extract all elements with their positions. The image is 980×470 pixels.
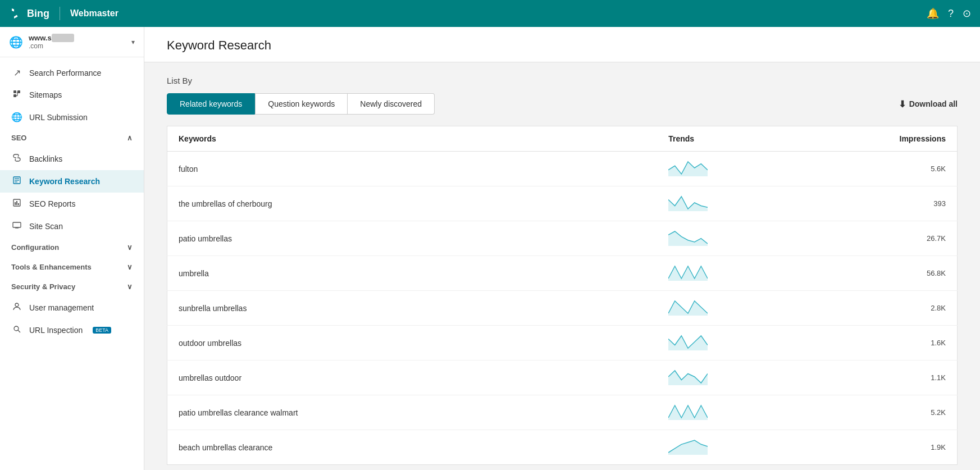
site-scan-icon bbox=[11, 221, 22, 232]
sidebar-item-keyword-research[interactable]: Keyword Research bbox=[0, 170, 144, 193]
sidebar-item-label: URL Submission bbox=[29, 113, 88, 122]
keyword-research-icon bbox=[11, 176, 22, 187]
svg-rect-2 bbox=[13, 94, 16, 97]
svg-marker-25 bbox=[668, 371, 708, 385]
sidebar-item-search-performance[interactable]: ↗ Search Performance bbox=[0, 62, 144, 84]
nav-divider bbox=[60, 7, 60, 20]
section-seo-label: SEO bbox=[11, 134, 26, 142]
sidebar-item-url-submission[interactable]: 🌐 URL Submission bbox=[0, 106, 144, 128]
sidebar-item-seo-reports[interactable]: SEO Reports bbox=[0, 193, 144, 215]
svg-rect-10 bbox=[15, 202, 16, 205]
svg-rect-13 bbox=[13, 222, 21, 227]
account-icon[interactable]: ⊙ bbox=[963, 7, 971, 20]
site-chevron-icon[interactable]: ▾ bbox=[131, 38, 135, 46]
main-content: Keyword Research List By Related keyword… bbox=[144, 27, 980, 470]
top-nav: Bing Webmaster 🔔 ? ⊙ bbox=[0, 0, 980, 27]
page-title: Keyword Research bbox=[167, 38, 958, 53]
sidebar-item-sitemaps[interactable]: Sitemaps bbox=[0, 84, 144, 106]
sidebar-item-label: Search Performance bbox=[29, 69, 101, 77]
svg-point-17 bbox=[14, 326, 19, 331]
svg-rect-11 bbox=[16, 201, 17, 205]
keyword-cell: umbrella bbox=[167, 256, 658, 291]
impressions-cell: 1.1K bbox=[719, 361, 957, 395]
content-body: List By Related keywords Question keywor… bbox=[144, 62, 980, 470]
table-row[interactable]: patio umbrellas 26.7K bbox=[167, 221, 958, 256]
tab-question-keywords[interactable]: Question keywords bbox=[255, 93, 348, 115]
content-header: Keyword Research bbox=[144, 27, 980, 62]
help-icon[interactable]: ? bbox=[948, 8, 954, 20]
site-selector[interactable]: 🌐 www.s .com ▾ bbox=[0, 27, 144, 57]
bing-text: Bing bbox=[27, 8, 49, 20]
table-row[interactable]: beach umbrellas clearance 1.9K bbox=[167, 430, 958, 465]
table-row[interactable]: umbrellas outdoor 1.1K bbox=[167, 361, 958, 395]
table-row[interactable]: patio umbrellas clearance walmart 5.2K bbox=[167, 395, 958, 430]
sidebar-item-url-inspection[interactable]: URL Inspection BETA bbox=[0, 319, 144, 341]
impressions-cell: 56.8K bbox=[719, 256, 957, 291]
seo-reports-icon bbox=[11, 198, 22, 209]
table-row[interactable]: umbrella 56.8K bbox=[167, 256, 958, 291]
table-row[interactable]: the umbrellas of cherbourg 393 bbox=[167, 186, 958, 221]
keyword-table: Keywords Trends Impressions fulton 5.6Kt… bbox=[167, 126, 958, 465]
keyword-cell: patio umbrellas bbox=[167, 221, 658, 256]
tab-row: Related keywords Question keywords Newly… bbox=[167, 93, 958, 115]
keyword-cell: the umbrellas of cherbourg bbox=[167, 186, 658, 221]
impressions-cell: 26.7K bbox=[719, 221, 957, 256]
globe-icon: 🌐 bbox=[9, 35, 23, 49]
keyword-cell: fulton bbox=[167, 152, 658, 186]
table-row[interactable]: outdoor umbrellas 1.6K bbox=[167, 326, 958, 361]
col-keywords: Keywords bbox=[167, 126, 658, 152]
beta-badge: BETA bbox=[93, 327, 111, 334]
keyword-cell: beach umbrellas clearance bbox=[167, 430, 658, 465]
sidebar-item-label: Keyword Research bbox=[29, 177, 100, 186]
svg-point-16 bbox=[15, 303, 19, 307]
section-seo[interactable]: SEO ∧ bbox=[0, 128, 144, 148]
sidebar-item-backlinks[interactable]: Backlinks bbox=[0, 148, 144, 170]
bell-icon[interactable]: 🔔 bbox=[927, 7, 939, 20]
tab-bar: Related keywords Question keywords Newly… bbox=[167, 93, 435, 115]
section-configuration[interactable]: Configuration ∨ bbox=[0, 238, 144, 257]
site-info: www.s .com bbox=[29, 34, 126, 50]
list-by-label: List By bbox=[167, 76, 958, 85]
section-tools-chevron-icon: ∨ bbox=[127, 263, 133, 271]
site-domain: .com bbox=[29, 42, 126, 50]
table-row[interactable]: fulton 5.6K bbox=[167, 152, 958, 186]
trend-cell bbox=[657, 361, 719, 395]
tab-related-keywords[interactable]: Related keywords bbox=[167, 93, 255, 115]
sidebar-item-label: Backlinks bbox=[29, 154, 62, 163]
app-title: Webmaster bbox=[70, 8, 118, 19]
trend-cell bbox=[657, 395, 719, 430]
section-configuration-label: Configuration bbox=[11, 243, 59, 252]
section-tools-label: Tools & Enhancements bbox=[11, 263, 92, 271]
trend-cell bbox=[657, 430, 719, 465]
impressions-cell: 1.6K bbox=[719, 326, 957, 361]
sidebar-item-label: Sitemaps bbox=[29, 90, 62, 99]
section-security-label: Security & Privacy bbox=[11, 282, 75, 291]
backlinks-icon bbox=[11, 153, 22, 165]
impressions-cell: 2.8K bbox=[719, 291, 957, 326]
section-tools[interactable]: Tools & Enhancements ∨ bbox=[0, 257, 144, 277]
sidebar-item-site-scan[interactable]: Site Scan bbox=[0, 215, 144, 238]
app-logo: Bing bbox=[9, 7, 49, 20]
section-security-privacy[interactable]: Security & Privacy ∨ bbox=[0, 277, 144, 296]
sidebar-item-label: URL Inspection bbox=[29, 326, 83, 335]
sidebar-item-user-management[interactable]: User management bbox=[0, 296, 144, 319]
svg-rect-0 bbox=[13, 90, 16, 93]
trend-cell bbox=[657, 326, 719, 361]
keyword-cell: umbrellas outdoor bbox=[167, 361, 658, 395]
svg-rect-12 bbox=[18, 203, 19, 205]
svg-line-18 bbox=[18, 330, 20, 332]
impressions-cell: 5.6K bbox=[719, 152, 957, 186]
sidebar-item-label: User management bbox=[29, 303, 94, 312]
trend-cell bbox=[657, 152, 719, 186]
section-security-chevron-icon: ∨ bbox=[127, 282, 133, 291]
tab-newly-discovered[interactable]: Newly discovered bbox=[348, 93, 435, 115]
sidebar: 🌐 www.s .com ▾ ↗ Search Performance Site… bbox=[0, 27, 144, 470]
url-inspection-icon bbox=[11, 325, 22, 336]
trend-cell bbox=[657, 186, 719, 221]
download-all-button[interactable]: ⬇ Download all bbox=[899, 99, 958, 109]
svg-marker-22 bbox=[668, 266, 708, 281]
bing-logo-icon bbox=[9, 7, 22, 20]
table-row[interactable]: sunbrella umbrellas 2.8K bbox=[167, 291, 958, 326]
search-performance-icon: ↗ bbox=[11, 67, 22, 78]
impressions-cell: 5.2K bbox=[719, 395, 957, 430]
